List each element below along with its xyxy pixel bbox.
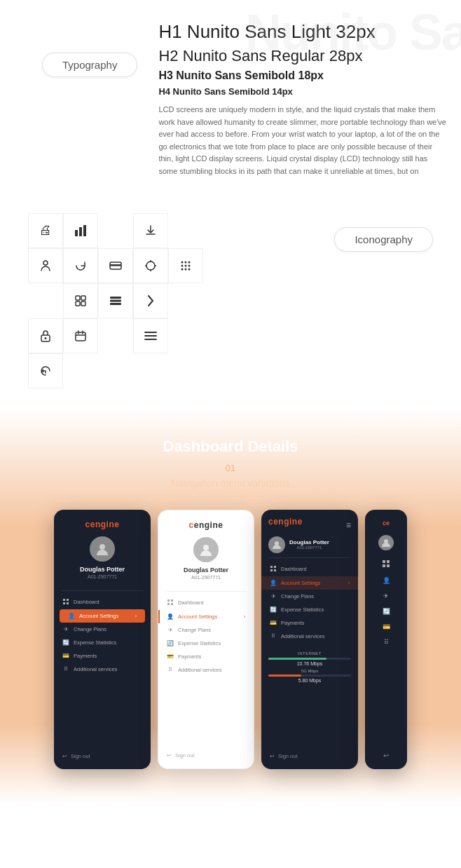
nav-item-account-dark[interactable]: 👤 Account Settings › [60,609,145,623]
dashboard-number: 01 [0,463,461,473]
typo-h2: H2 Nunito Sans Regular 28px [158,47,447,65]
phone-dark-header: cengine Douglas Potter A01-2907771 [54,510,151,590]
signout-icon-light: ↩ [167,752,172,759]
typography-badge: Typography [42,53,137,77]
empty-cell-6 [168,283,203,318]
phone-light-logo: cengine [167,520,245,530]
nav-item-account-sidebar[interactable]: 👤 Account Settings › [261,576,358,590]
svg-rect-48 [274,566,276,568]
svg-point-36 [99,544,105,550]
svg-rect-22 [76,301,80,306]
chart-bar-icon [63,213,98,248]
additional-nav-icon: ⠿ [62,666,69,672]
svg-rect-55 [387,564,390,567]
account-nav-arrow: › [135,613,137,618]
empty-cell-3 [203,213,238,248]
svg-point-16 [188,264,191,266]
svg-rect-0 [75,230,78,236]
svg-rect-23 [81,301,85,306]
phone-mini-footer: ↩ [383,752,389,759]
lock-icon [28,318,63,353]
icon-grid: 🖨 [28,213,238,388]
nav-item-dashboard-sidebar[interactable]: Dashboard [261,562,358,576]
nav-item-dashboard-light[interactable]: Dashboard [158,596,254,610]
crosshair-icon [133,248,168,283]
svg-rect-42 [167,599,170,602]
svg-point-12 [185,261,187,263]
phone-dark-mini: ce 👤 ✈ 🔄 💳 ⠿ ↩ [365,510,407,769]
stats-sidebar-icon: 🔄 [270,606,277,613]
svg-point-19 [188,268,191,270]
account-light-arrow: › [244,614,245,619]
svg-rect-50 [274,569,276,571]
speed-bar-fill-2 [268,674,301,677]
nav-item-payments-dark[interactable]: 💳 Payments [54,649,151,663]
svg-rect-20 [76,296,80,300]
nav-item-account-light[interactable]: 👤 Account Settings › [158,610,254,623]
empty-cell-8 [98,318,133,353]
refresh-icon [63,248,98,283]
phone-dark-footer: ↩ Sign out [62,753,90,759]
card-icon [98,248,133,283]
svg-point-14 [181,264,184,266]
nav-item-payments-sidebar[interactable]: 💳 Payments [261,616,358,630]
nav-item-plans-dark[interactable]: ✈ Change Plans [54,623,151,636]
print-icon: 🖨 [28,213,63,248]
speed-val-2: 5.80 Mbps [268,678,351,683]
mini-payments-icon[interactable]: 💳 [383,623,390,630]
phone-light: cengine Douglas Potter A01-2907771 Dashb… [158,510,254,769]
additional-light-icon: ⠿ [167,667,174,673]
typo-body: LCD screens are uniquely modern in style… [158,104,447,178]
sidebar-user-id: A01-2907771 [289,545,329,550]
svg-point-6 [146,262,155,270]
phone-dark-avatar [90,536,115,562]
calendar-icon [63,318,98,353]
dashboard-subtitle: Navigation menu variations [0,477,461,489]
svg-rect-52 [383,560,385,563]
mini-plans-icon[interactable]: ✈ [383,592,389,599]
svg-point-3 [43,261,48,265]
phone-dark-logo: cengine [62,520,142,529]
svg-point-11 [181,261,184,263]
svg-rect-53 [387,560,390,563]
speed-val-1: 10.76 Mbps [268,661,351,666]
svg-rect-54 [383,564,385,567]
nav-item-stats-dark[interactable]: 🔄 Expense Statistics [54,636,151,649]
mini-stats-icon[interactable]: 🔄 [383,608,390,615]
nav-item-payments-light[interactable]: 💳 Payments [158,650,254,663]
empty-cell-5 [28,283,63,318]
empty-cell-10 [203,318,238,353]
mini-dashboard-icon[interactable] [383,560,390,569]
svg-rect-25 [110,299,121,301]
empty-cell-9 [168,318,203,353]
nav-item-additional-light[interactable]: ⠿ Additional services [158,663,254,677]
nav-item-dashboard-dark[interactable]: Dashboard [54,595,151,609]
sidebar-user-name: Douglas Potter [289,539,329,545]
nav-item-additional-dark[interactable]: ⠿ Additional services [54,663,151,676]
phone-dark-nav: Dashboard 👤 Account Settings › ✈ Change … [54,591,151,680]
nav-item-stats-sidebar[interactable]: 🔄 Expense Statistics [261,603,358,616]
svg-rect-5 [110,264,121,266]
nav-item-additional-sidebar[interactable]: ⠿ Additional services [261,630,358,643]
svg-point-15 [185,264,187,266]
dashboard-section: Dashboard Details 01 Navigation menu var… [0,409,461,804]
phone-light-user-id: A01-2907771 [167,575,245,580]
nav-item-plans-light[interactable]: ✈ Change Plans [158,623,254,637]
additional-sidebar-icon: ⠿ [270,633,277,639]
nav-item-plans-sidebar[interactable]: ✈ Change Plans [261,590,358,603]
phone-dark-sidebar: cengine ≡ Douglas Potter A01-2907771 [261,510,358,769]
nav-item-stats-light[interactable]: 🔄 Expense Statistics [158,637,254,650]
svg-rect-44 [167,603,170,605]
empty-cell-13 [133,353,168,388]
svg-rect-45 [171,603,173,605]
svg-rect-40 [67,602,69,604]
svg-rect-2 [83,225,86,236]
mini-additional-icon[interactable]: ⠿ [384,639,389,646]
internet-speed-section: internet 10.76 Mbps 5G Mbps 5.80 Mbps [261,647,358,687]
person-icon [28,248,63,283]
sidebar-user-info: Douglas Potter A01-2907771 [289,539,329,550]
mini-account-icon[interactable]: 👤 [383,577,390,584]
account-sidebar-arrow: › [348,581,350,585]
svg-point-17 [181,268,184,270]
typo-h3: H3 Nunito Sans Semibold 18px [158,69,447,82]
